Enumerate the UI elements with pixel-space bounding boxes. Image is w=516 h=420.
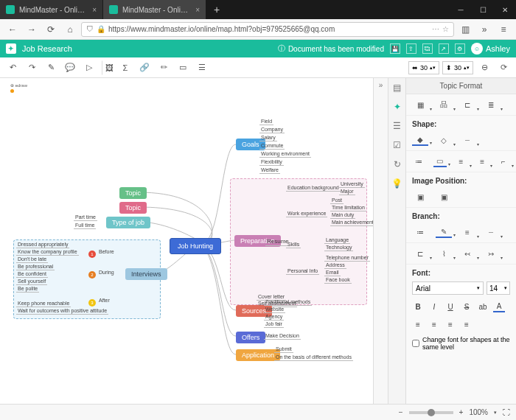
forward-icon[interactable]: →: [24, 21, 40, 38]
align-right-icon[interactable]: ≡: [444, 318, 456, 330]
app-logo-icon[interactable]: ✦: [6, 43, 16, 54]
url-field[interactable]: ⛉ 🔒 ⋯ ☆: [81, 22, 454, 37]
leaf[interactable]: Time limitation: [330, 205, 366, 211]
panel-toggle[interactable]: »: [373, 78, 388, 404]
border-weight-icon[interactable]: ≡▾: [454, 155, 468, 167]
copy-icon[interactable]: ⿻: [422, 43, 433, 54]
img-right-icon[interactable]: ▣: [436, 191, 452, 203]
redo-icon[interactable]: ↷: [24, 60, 40, 75]
close-icon[interactable]: ×: [92, 6, 97, 14]
align-justify-icon[interactable]: ≡: [461, 318, 473, 330]
star-icon[interactable]: ☆: [442, 25, 449, 33]
branch-dash-icon[interactable]: ┄▾: [483, 226, 499, 238]
leaf[interactable]: Technology: [324, 245, 353, 251]
leaf[interactable]: Education background: [286, 185, 341, 192]
same-level-checkbox[interactable]: Change font for shapes at the same level: [406, 333, 516, 357]
arrow-end-icon[interactable]: ↣▾: [483, 248, 499, 259]
arrow-start-icon[interactable]: ↢▾: [459, 248, 475, 259]
zoom-level[interactable]: 100%: [469, 408, 488, 416]
case-button[interactable]: ab: [477, 301, 489, 312]
more-icon[interactable]: ⋯: [432, 25, 439, 33]
leaf[interactable]: Major: [339, 189, 355, 195]
v-spacing-stepper[interactable]: ⬍30▴▾: [442, 61, 473, 74]
link-icon[interactable]: 🔗: [136, 60, 153, 75]
connector-curve-icon[interactable]: ⌇▾: [436, 248, 452, 259]
leaf[interactable]: Be professional: [16, 264, 55, 270]
img-left-icon[interactable]: ▣: [412, 191, 428, 203]
leaf[interactable]: Post: [330, 197, 344, 204]
format-icon[interactable]: ▤: [393, 83, 401, 93]
italic-button[interactable]: I: [428, 301, 440, 312]
draw-icon[interactable]: ✏: [156, 60, 172, 75]
extension-icon[interactable]: ▥: [457, 21, 473, 38]
leaf[interactable]: Dressed appropriately: [16, 242, 69, 248]
leaf[interactable]: Before: [97, 249, 116, 255]
font-family-select[interactable]: Arial▾: [412, 281, 484, 295]
topic-interviews[interactable]: Interviews: [125, 268, 167, 280]
share-icon[interactable]: ↗: [439, 43, 449, 54]
leaf[interactable]: Salary: [259, 135, 277, 141]
leaf[interactable]: Personal Info: [286, 268, 319, 275]
branch-weight-icon[interactable]: ≡▾: [459, 226, 475, 238]
leaf[interactable]: Submit: [274, 346, 293, 353]
leaf[interactable]: Agency: [264, 314, 284, 321]
menu-icon[interactable]: ≡: [495, 21, 512, 38]
zoom-out-button[interactable]: −: [399, 408, 403, 416]
corner-icon[interactable]: ⌐▾: [496, 155, 510, 167]
mindmap-canvas[interactable]: ⊕ edraw Job Hunting Goals FieldCompanySa…: [0, 78, 373, 404]
h-spacing-stepper[interactable]: ⬌30▴▾: [408, 61, 439, 74]
align-center-icon[interactable]: ≡: [428, 318, 440, 330]
branch-style-icon[interactable]: ⊏▾: [459, 99, 475, 111]
leaf[interactable]: Make Decision: [264, 333, 301, 340]
browser-tab[interactable]: MindMaster - Online Mind M ×: [103, 0, 206, 19]
fill-color-icon[interactable]: ◆▾: [412, 134, 428, 146]
reload-icon[interactable]: ⟳: [43, 21, 59, 38]
leaf[interactable]: University: [339, 181, 365, 188]
leaf[interactable]: Working environment: [259, 151, 311, 158]
line-dash-icon[interactable]: ┄▾: [459, 134, 475, 146]
tag-icon[interactable]: ☰: [194, 60, 210, 75]
leaf[interactable]: Be polite: [16, 286, 39, 293]
leaf[interactable]: Website: [264, 307, 285, 313]
leaf[interactable]: Work experience: [286, 211, 327, 217]
leaf[interactable]: Wait for outcomes with positive attitude: [16, 308, 108, 315]
connector-start-icon[interactable]: ⊏▾: [412, 248, 428, 259]
leaf[interactable]: Email: [324, 270, 341, 276]
leaf[interactable]: Be confident: [16, 271, 48, 278]
style-icon[interactable]: ✦: [394, 102, 401, 112]
user-menu[interactable]: ☺ Ashley: [471, 43, 510, 55]
maximize-icon[interactable]: ☐: [472, 0, 494, 19]
leaf[interactable]: Traditional methods: [264, 299, 312, 306]
leaf[interactable]: Full time: [74, 223, 96, 229]
url-input[interactable]: [108, 25, 429, 33]
topic-offers[interactable]: Offers: [236, 332, 265, 343]
leaf[interactable]: During: [97, 270, 116, 276]
fullscreen-icon[interactable]: ⛶: [503, 408, 510, 416]
branch-bullets-icon[interactable]: ≔: [412, 226, 428, 238]
minimize-icon[interactable]: ─: [450, 0, 472, 19]
structure-icon[interactable]: 品▾: [436, 99, 452, 111]
new-tab-button[interactable]: +: [206, 4, 227, 15]
leaf[interactable]: Don't be late: [16, 256, 48, 263]
leaf[interactable]: Main achievement: [330, 220, 373, 226]
history-icon[interactable]: ↻: [394, 159, 401, 169]
strike-button[interactable]: S: [461, 301, 473, 312]
comment-icon[interactable]: 💬: [62, 60, 78, 75]
leaf[interactable]: After: [97, 298, 111, 304]
arrow-icon[interactable]: ▷: [81, 60, 97, 75]
checkbox-input[interactable]: [412, 340, 419, 347]
export-icon[interactable]: ⇪: [406, 43, 416, 54]
layout-icon[interactable]: ▦▾: [412, 99, 428, 111]
task-icon[interactable]: ☑: [393, 140, 401, 150]
zoom-in-button[interactable]: +: [459, 408, 464, 416]
bold-button[interactable]: B: [412, 301, 424, 312]
format-painter-icon[interactable]: ✎: [43, 60, 59, 75]
central-topic[interactable]: Job Hunting: [170, 238, 221, 254]
bullets-icon[interactable]: ≔: [412, 155, 426, 167]
leaf[interactable]: On the basis of different methods: [274, 354, 353, 361]
shape-type-icon[interactable]: ◇▾: [436, 134, 452, 146]
back-icon[interactable]: ←: [4, 21, 21, 38]
leaf[interactable]: Keep phone reachable: [16, 301, 71, 307]
note-icon[interactable]: ▭: [175, 60, 191, 75]
image-icon[interactable]: 🖼: [102, 60, 114, 75]
